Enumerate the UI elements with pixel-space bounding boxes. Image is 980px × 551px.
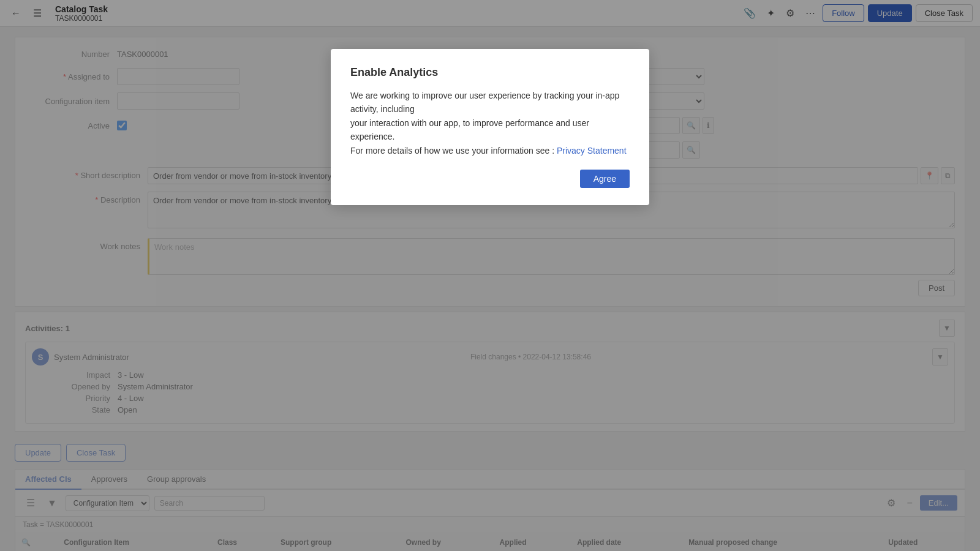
privacy-statement-link[interactable]: Privacy Statement bbox=[557, 146, 627, 156]
modal-body-line1: We are working to improve our user exper… bbox=[350, 91, 619, 114]
modal-overlay: Enable Analytics We are working to impro… bbox=[0, 0, 980, 551]
modal-actions: Agree bbox=[350, 170, 630, 188]
modal-body-line2: your interaction with our app, to improv… bbox=[350, 118, 589, 141]
modal-title: Enable Analytics bbox=[350, 66, 630, 79]
modal-body-line3: For more details of how we use your info… bbox=[350, 146, 554, 156]
modal-body: We are working to improve our user exper… bbox=[350, 89, 630, 157]
agree-button[interactable]: Agree bbox=[580, 170, 630, 188]
modal-box: Enable Analytics We are working to impro… bbox=[331, 49, 649, 205]
